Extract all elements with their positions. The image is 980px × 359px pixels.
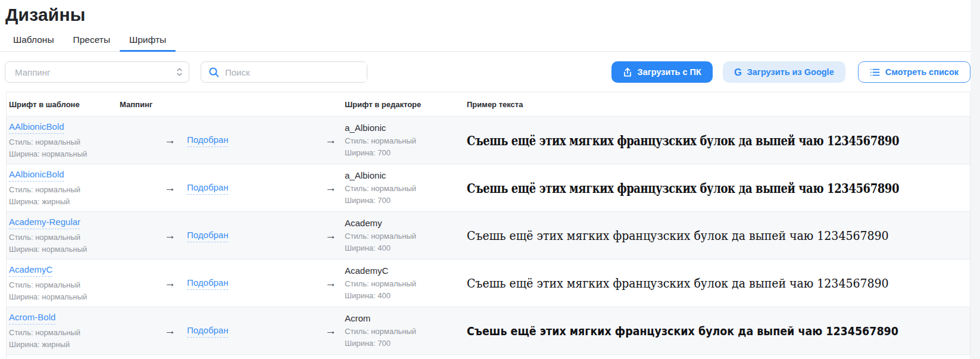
template-font-link[interactable]: AcademyC	[9, 264, 52, 277]
page-title: Дизайны	[5, 5, 970, 25]
editor-font-style: Стиль: нормальный	[345, 278, 467, 290]
view-list-button[interactable]: Смотреть список	[858, 61, 970, 83]
upload-from-pc-button[interactable]: Загрузить с ПК	[611, 61, 713, 83]
editor-font-style: Стиль: нормальный	[345, 135, 467, 147]
mapping-status-link[interactable]: Подобран	[187, 277, 228, 290]
editor-font-width: Ширина: 700	[345, 147, 467, 159]
editor-font-width: Ширина: 700	[345, 195, 467, 207]
fonts-page: Дизайны Шаблоны Пресеты Шрифты Маппинг	[0, 0, 970, 358]
editor-font-cell: a_Albionic Стиль: нормальный Ширина: 700	[345, 121, 467, 159]
arrow-right-icon: →	[164, 135, 187, 146]
sample-text: Съешь ещё этих мягких французских булок …	[467, 276, 889, 291]
editor-font-name: Academy	[345, 217, 467, 229]
table-row: AAlbionicBold Стиль: нормальный Ширина: …	[7, 116, 970, 164]
mapping-cell: Подобран	[187, 277, 325, 290]
editor-font-cell: Acrom Стиль: нормальный Ширина: 700	[345, 312, 467, 349]
template-font-width: Ширина: нормальный	[9, 148, 164, 160]
scrollbar-track[interactable]	[970, 0, 980, 359]
editor-font-style: Стиль: нормальный	[345, 183, 467, 195]
mapping-status-link[interactable]: Подобран	[187, 134, 228, 147]
mapping-status-link[interactable]: Подобран	[187, 182, 228, 195]
editor-font-cell: a_Albionic Стиль: нормальный Ширина: 700	[345, 169, 467, 207]
mapping-status-link[interactable]: Подобран	[187, 229, 228, 242]
sample-text: Съешь ещё этих мягких французских булок …	[467, 132, 899, 148]
upload-icon	[623, 67, 632, 77]
editor-font-name: AcademyC	[345, 264, 467, 277]
sample-text: Съешь ещё этих мягких французских булок …	[467, 229, 889, 243]
arrow-right-icon: →	[164, 277, 187, 289]
arrow-right-icon: →	[325, 277, 345, 289]
arrow-right-icon: →	[325, 135, 345, 146]
chevron-up-down-icon	[176, 67, 183, 77]
mapping-select[interactable]: Маппинг	[5, 61, 189, 83]
editor-font-cell: AcademyC Стиль: нормальный Ширина: 400	[345, 264, 467, 302]
template-font-cell: Academy-Regular Стиль: нормальный Ширина…	[9, 216, 164, 255]
mapping-select-placeholder: Маппинг	[15, 67, 50, 77]
mapping-cell: Подобран	[187, 324, 325, 338]
template-font-link[interactable]: AAlbionicBold	[9, 168, 64, 182]
sample-text: Съешь ещё этих мягких французских булок …	[467, 324, 898, 338]
table-row-partial	[7, 354, 970, 358]
editor-font-width: Ширина: 400	[345, 242, 467, 254]
upload-from-google-label: Загрузить из Google	[747, 67, 834, 77]
editor-font-name: Acrom	[345, 312, 467, 324]
column-header-mapping: Маппинг	[120, 100, 345, 109]
arrow-right-icon: →	[164, 182, 187, 193]
tab-fonts[interactable]: Шрифты	[120, 33, 176, 51]
template-font-width: Ширина: нормальный	[9, 244, 164, 255]
arrow-right-icon: →	[325, 325, 345, 336]
editor-font-name: a_Albionic	[345, 169, 467, 182]
arrow-right-icon: →	[325, 230, 345, 241]
editor-font-name: a_Albionic	[345, 121, 467, 134]
sample-text-cell: Съешь ещё этих мягких французских булок …	[467, 324, 970, 338]
table-row: Acrom-Bold Стиль: нормальный Ширина: жир…	[7, 307, 970, 354]
sample-text-cell: Съешь ещё этих мягких французских булок …	[467, 132, 970, 148]
template-font-link[interactable]: AAlbionicBold	[9, 121, 64, 134]
template-font-cell: AcademyC Стиль: нормальный Ширина: норма…	[9, 264, 164, 303]
template-font-link[interactable]: Academy-Regular	[9, 216, 80, 229]
upload-from-pc-label: Загрузить с ПК	[638, 67, 701, 77]
sample-text-cell: Съешь ещё этих мягких французских булок …	[467, 229, 970, 243]
tab-bar: Шаблоны Пресеты Шрифты	[0, 33, 970, 52]
tab-templates[interactable]: Шаблоны	[4, 33, 64, 51]
mapping-cell: Подобран	[187, 229, 325, 242]
arrow-right-icon: →	[164, 325, 187, 336]
editor-font-style: Стиль: нормальный	[345, 230, 467, 242]
table-header: Шрифт в шаблоне Маппинг Шрифт в редактор…	[7, 92, 970, 116]
sample-text: Съешь ещё этих мягких французских булок …	[467, 180, 899, 196]
mapping-cell: Подобран	[187, 182, 325, 195]
template-font-style: Стиль: нормальный	[9, 136, 164, 148]
fonts-table: Шрифт в шаблоне Маппинг Шрифт в редактор…	[6, 92, 970, 358]
template-font-width: Ширина: жирный	[9, 339, 164, 351]
list-icon	[870, 68, 880, 77]
mapping-cell: Подобран	[187, 134, 325, 147]
google-icon: G	[734, 67, 742, 78]
template-font-link[interactable]: Acrom-Bold	[9, 311, 55, 324]
view-list-label: Смотреть список	[885, 67, 959, 77]
sample-text-cell: Съешь ещё этих мягких французских булок …	[467, 276, 970, 291]
table-row: AcademyC Стиль: нормальный Ширина: норма…	[7, 259, 970, 307]
search-input[interactable]	[225, 63, 367, 81]
column-header-editor-font: Шрифт в редакторе	[345, 100, 467, 109]
mapping-status-link[interactable]: Подобран	[187, 324, 228, 338]
table-body: AAlbionicBold Стиль: нормальный Ширина: …	[7, 116, 970, 354]
upload-from-google-button[interactable]: G Загрузить из Google	[723, 61, 845, 83]
template-font-style: Стиль: нормальный	[9, 184, 164, 196]
arrow-right-icon: →	[164, 230, 187, 241]
editor-font-width: Ширина: 700	[345, 338, 467, 349]
editor-font-width: Ширина: 400	[345, 290, 467, 302]
toolbar: Маппинг Загрузить с ПК	[5, 61, 970, 83]
editor-font-cell: Academy Стиль: нормальный Ширина: 400	[345, 217, 467, 254]
tab-presets[interactable]: Пресеты	[64, 33, 120, 51]
sample-text-cell: Съешь ещё этих мягких французских булок …	[467, 180, 970, 196]
table-row: AAlbionicBold Стиль: нормальный Ширина: …	[7, 164, 970, 211]
template-font-width: Ширина: жирный	[9, 196, 164, 208]
editor-font-style: Стиль: нормальный	[345, 326, 467, 338]
template-font-cell: Acrom-Bold Стиль: нормальный Ширина: жир…	[9, 311, 164, 351]
column-header-sample-text: Пример текста	[467, 100, 970, 109]
template-font-width: Ширина: нормальный	[9, 291, 164, 303]
search-icon	[208, 67, 220, 78]
template-font-cell: AAlbionicBold Стиль: нормальный Ширина: …	[9, 168, 164, 208]
arrow-right-icon: →	[325, 182, 345, 193]
template-font-style: Стиль: нормальный	[9, 327, 164, 339]
